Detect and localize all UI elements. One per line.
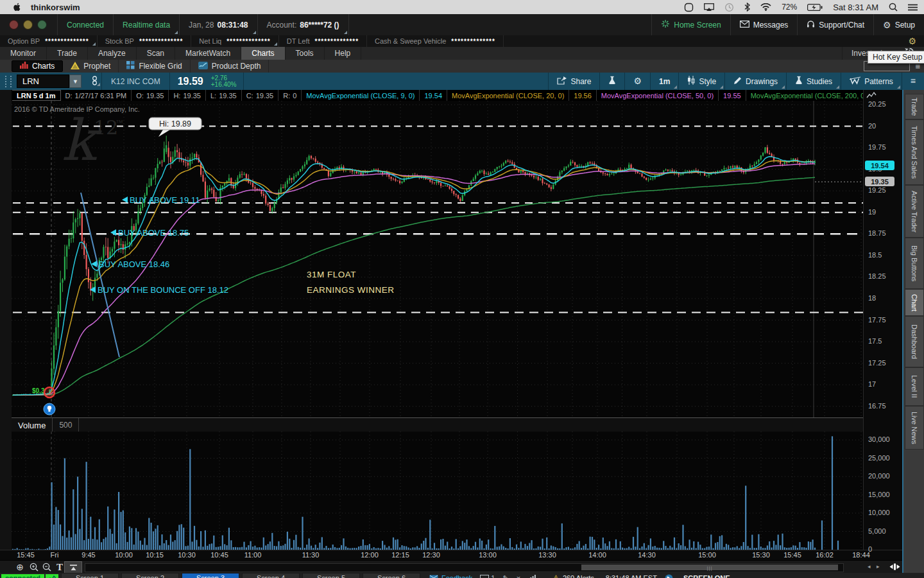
price-bubble: 19.35 xyxy=(865,177,894,186)
hotkey-setup-tooltip: Hot Key Setup xyxy=(868,51,924,64)
price-chart[interactable]: 2016 © TD Ameritrade IP Company, Inc.k12… xyxy=(12,101,863,417)
display-menu-icon[interactable] xyxy=(704,3,714,12)
sidebar-tab-dashboard[interactable]: Dashboard xyxy=(905,316,924,367)
messages-button[interactable]: Messages xyxy=(730,14,798,35)
notification-center-icon[interactable] xyxy=(908,4,918,11)
ohlc-field: L: 19.35 xyxy=(206,90,242,101)
screen-tab-4[interactable]: Screen 4 xyxy=(242,573,300,578)
phone-icon[interactable] xyxy=(665,574,673,578)
subtab-charts[interactable]: Charts xyxy=(12,60,63,72)
subtab-flexible-grid[interactable]: Flexible Grid xyxy=(119,60,190,73)
sidebar-tab-big-buttons[interactable]: Big Buttons xyxy=(905,238,924,289)
battery-icon[interactable] xyxy=(807,4,823,11)
wifi-icon[interactable] xyxy=(760,3,771,11)
share-button[interactable]: Share xyxy=(548,73,599,90)
balances-settings-gear-icon[interactable]: ⚙ xyxy=(908,36,916,46)
style-button[interactable]: Style xyxy=(678,73,724,90)
screen-tab-1[interactable]: Screen 1 xyxy=(61,573,119,578)
screen-tab-2[interactable]: Screen 2 xyxy=(121,573,179,578)
window-close-button[interactable] xyxy=(9,20,19,30)
tab-tools[interactable]: Tools xyxy=(286,47,325,60)
monitor-1-icon[interactable]: 1 xyxy=(480,574,495,578)
feedback-button[interactable]: Feedback xyxy=(429,574,472,578)
window-minimize-button[interactable] xyxy=(23,20,33,30)
status-clock: 8:31:48 AM EST xyxy=(606,574,657,578)
support-chat-button[interactable]: Support/Chat xyxy=(797,14,873,35)
tab-scan[interactable]: Scan xyxy=(137,47,175,60)
symbol-input[interactable]: LRN xyxy=(17,74,69,88)
volume-pane-header[interactable]: Volume 500 xyxy=(12,417,863,433)
balance-field-net-liq[interactable]: Net Liq ************** xyxy=(191,35,278,47)
setup-button[interactable]: ⚙ Setup xyxy=(873,14,924,35)
drawings-button[interactable]: Drawings xyxy=(724,73,786,90)
axis-settings-icon[interactable] xyxy=(866,91,877,100)
toolbar-grip[interactable] xyxy=(5,76,12,87)
float-note-line2: EARNINGS WINNER xyxy=(307,285,395,295)
last-price: 19.59 xyxy=(170,76,211,87)
study-label[interactable]: MovAvgExponential (CLOSE, 50, 0) xyxy=(597,90,719,101)
balance-field-cash-sweep-vehicle: Cash & Sweep Vehicle ************** xyxy=(367,35,504,47)
price-tick: 17.75 xyxy=(868,316,886,324)
scroll-right-arrow[interactable]: ▸ xyxy=(877,563,880,570)
tab-monitor[interactable]: Monitor xyxy=(0,47,47,60)
tab-help[interactable]: Help xyxy=(325,47,362,60)
tab-analyze[interactable]: Analyze xyxy=(88,47,137,60)
collapse-panel-button[interactable] xyxy=(64,561,82,574)
home-screen-button[interactable]: Home Screen xyxy=(651,14,730,35)
bluetooth-icon[interactable] xyxy=(744,3,750,12)
patterns-button[interactable]: Patterns xyxy=(841,73,902,90)
timeframe-button[interactable]: 1m xyxy=(650,73,678,90)
menubar-app-name[interactable]: thinkorswim xyxy=(31,3,80,12)
scroll-left-arrow[interactable]: ◂ xyxy=(868,563,871,570)
link-channel-button[interactable] xyxy=(88,76,101,87)
data-status[interactable]: Realtime data xyxy=(114,14,180,35)
account-selector[interactable]: Account: 86*****72 () xyxy=(258,14,349,35)
screen-tab-6[interactable]: Screen 6 xyxy=(363,573,420,578)
balance-field-option-bp[interactable]: Option BP ************** xyxy=(0,35,98,47)
subtab-product-depth[interactable]: Product Depth xyxy=(191,60,270,73)
alerts-indicator[interactable]: ⚠ 260 Alerts xyxy=(552,574,594,578)
price-tick: 17.5 xyxy=(868,337,882,345)
chart-settings-button[interactable]: ⚙ xyxy=(624,73,650,90)
menubar-clock[interactable]: Sat 8:31 AM xyxy=(833,3,878,12)
signal-strength-icon[interactable] xyxy=(528,575,536,578)
apple-menu-icon[interactable] xyxy=(13,2,22,12)
sidebar-tab-times-and-sales[interactable]: Times And Sales xyxy=(905,119,924,185)
connection-chart-icon xyxy=(46,574,58,578)
screen-tab-5[interactable]: Screen 5 xyxy=(302,573,360,578)
sidebar-tab-chart[interactable]: Chart xyxy=(905,289,924,316)
subtab-prophet[interactable]: Prophet xyxy=(63,60,119,73)
date-time[interactable]: Jan, 28 08:31:48 xyxy=(180,14,257,35)
chart-menu-button[interactable]: ≡ xyxy=(902,73,924,90)
studies-button[interactable]: Studies xyxy=(786,73,841,90)
crosshair-tool-icon[interactable]: ⊕ xyxy=(14,562,26,572)
onDemand-button[interactable] xyxy=(599,73,624,90)
time-machine-icon[interactable] xyxy=(724,3,734,12)
study-label[interactable]: MovAvgExponential (CLOSE, 9, 0) xyxy=(302,90,420,101)
window-zoom-button[interactable] xyxy=(37,20,47,30)
pane-split-icon[interactable] xyxy=(889,562,900,574)
price-axis[interactable]: 20.252019.7519.519.251918.7518.518.25181… xyxy=(863,90,903,550)
screen-tab-3[interactable]: Screen 3 xyxy=(182,573,239,578)
study-label[interactable]: MovAvgExponential (CLOSE, 200, 0) xyxy=(746,90,872,101)
zoom-in-icon[interactable] xyxy=(28,562,40,572)
zoom-out-icon[interactable] xyxy=(41,562,53,572)
horizontal-scrollbar[interactable]: ||| xyxy=(85,563,844,572)
volume-tick: 25,000 xyxy=(868,454,890,462)
sidebar-tab-live-news[interactable]: Live News xyxy=(905,406,924,450)
edit-icon[interactable]: ✎ xyxy=(502,574,508,578)
sidebar-tab-active-trader[interactable]: Active Trader xyxy=(905,185,924,238)
tab-trade[interactable]: Trade xyxy=(47,47,88,60)
shape-menu-icon[interactable] xyxy=(684,3,694,12)
scrollbar-thumb[interactable]: ||| xyxy=(581,565,838,570)
sidebar-tab-level-ii[interactable]: Level II xyxy=(905,367,924,406)
study-label[interactable]: MovAvgExponential (CLOSE, 20, 0) xyxy=(447,90,569,101)
tab-marketwatch[interactable]: MarketWatch xyxy=(175,47,241,60)
symbol-dropdown-button[interactable]: ▼ xyxy=(69,74,81,88)
spotlight-search-icon[interactable] xyxy=(889,3,898,12)
volume-chart[interactable] xyxy=(12,432,863,550)
price-tick: 16.75 xyxy=(868,402,886,410)
tab-charts[interactable]: Charts xyxy=(241,47,285,60)
sidebar-tab-trade[interactable]: Trade xyxy=(905,94,924,119)
close-workspace-icon[interactable]: × xyxy=(517,574,520,578)
